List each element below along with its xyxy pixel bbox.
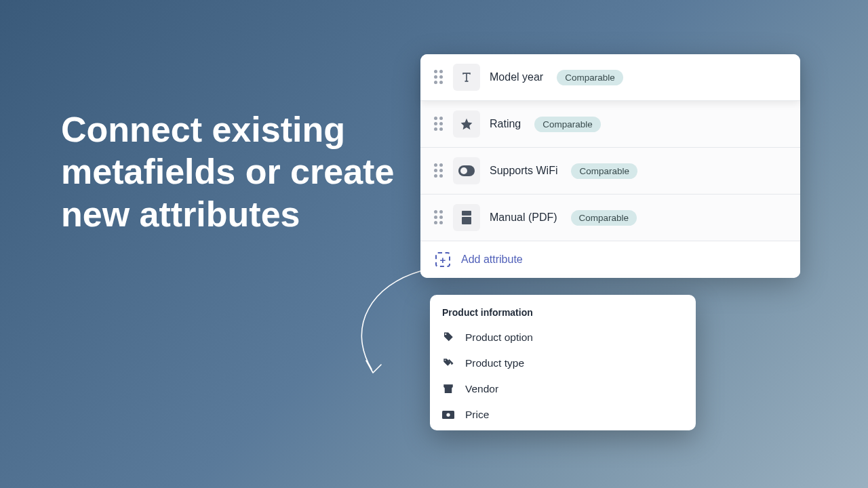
dropdown-item-label: Product type bbox=[465, 357, 524, 369]
tag-icon bbox=[442, 331, 454, 344]
star-icon bbox=[453, 110, 480, 138]
svg-rect-2 bbox=[462, 211, 471, 216]
attribute-row[interactable]: Model year Comparable bbox=[420, 54, 800, 101]
text-icon bbox=[453, 64, 480, 91]
drag-handle-icon[interactable] bbox=[434, 163, 443, 178]
arrow-decoration bbox=[339, 264, 434, 386]
attribute-label: Rating bbox=[490, 118, 521, 130]
drag-handle-icon[interactable] bbox=[434, 70, 443, 85]
comparable-badge: Comparable bbox=[557, 70, 623, 85]
dropdown-item-label: Vendor bbox=[465, 383, 498, 395]
dropdown-item-product-type[interactable]: Product type bbox=[430, 350, 696, 376]
comparable-badge: Comparable bbox=[571, 163, 637, 179]
attribute-label: Supports WiFi bbox=[490, 165, 557, 177]
dropdown-item-product-option[interactable]: Product option bbox=[430, 325, 696, 350]
add-attribute-button[interactable]: + Add attribute bbox=[420, 241, 800, 278]
tag-swap-icon bbox=[442, 357, 454, 369]
add-attribute-label: Add attribute bbox=[461, 253, 523, 266]
attribute-label: Model year bbox=[490, 71, 543, 83]
comparable-badge: Comparable bbox=[571, 210, 637, 226]
drag-handle-icon[interactable] bbox=[434, 117, 443, 131]
attribute-row[interactable]: Rating Comparable bbox=[420, 101, 800, 148]
dropdown-item-label: Price bbox=[465, 409, 489, 421]
attribute-label: Manual (PDF) bbox=[490, 211, 557, 224]
plus-dashed-icon: + bbox=[435, 252, 450, 267]
dropdown-header: Product information bbox=[430, 303, 696, 325]
attributes-panel: Model year Comparable Rating Comparable … bbox=[420, 54, 800, 278]
money-icon bbox=[442, 409, 454, 421]
attribute-row[interactable]: Supports WiFi Comparable bbox=[420, 148, 800, 195]
page-headline: Connect existing metafields or create ne… bbox=[61, 108, 414, 235]
file-icon bbox=[453, 204, 480, 231]
svg-rect-3 bbox=[462, 217, 471, 224]
attribute-row[interactable]: Manual (PDF) Comparable bbox=[420, 195, 800, 241]
comparable-badge: Comparable bbox=[534, 117, 601, 132]
svg-point-5 bbox=[446, 413, 450, 416]
dropdown-item-label: Product option bbox=[465, 331, 533, 344]
store-icon bbox=[442, 383, 454, 395]
dropdown-item-price[interactable]: Price bbox=[430, 402, 696, 428]
product-info-dropdown: Product information Product option Produ… bbox=[430, 295, 696, 430]
svg-point-1 bbox=[460, 167, 467, 174]
dropdown-item-vendor[interactable]: Vendor bbox=[430, 376, 696, 402]
drag-handle-icon[interactable] bbox=[434, 210, 443, 225]
toggle-icon bbox=[453, 157, 480, 184]
